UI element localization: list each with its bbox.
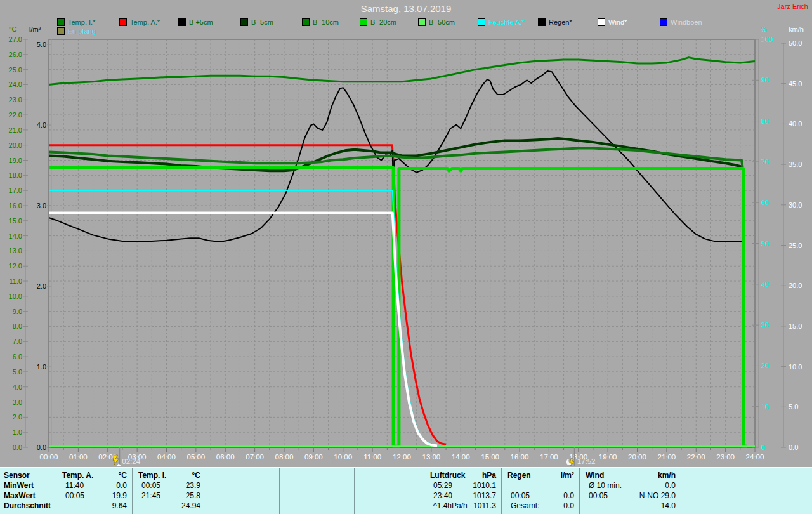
x-tick-label: 11:00 [363, 453, 381, 461]
x-tick-label: 24:00 [746, 453, 764, 461]
wind-tick-label: 20.0 [789, 282, 802, 289]
x-tick-label: 13:00 [422, 453, 440, 461]
column-name: Luftdruck [430, 471, 465, 480]
chart-canvas: 0.01.02.03.04.05.06.07.08.09.010.011.012… [0, 0, 812, 467]
cell-time: 11:40 [65, 481, 84, 490]
series-wind [49, 213, 437, 446]
x-tick-label: 00:00 [40, 453, 58, 461]
cell-time: 00:05 [65, 491, 84, 500]
x-tick-label: 20:00 [628, 453, 646, 461]
table-row [355, 481, 424, 491]
x-tick-label: 05:00 [187, 453, 205, 461]
temp-tick-label: 27.0 [9, 36, 22, 43]
temp-tick-label: 6.0 [13, 353, 22, 360]
cell-time: 21:45 [141, 491, 160, 500]
table-row [355, 501, 424, 511]
table-row: 00:0523.9 [133, 481, 206, 491]
column-unit: km/h [658, 471, 676, 480]
temp-tick-label: 8.0 [13, 322, 22, 330]
row-label: MinWert [4, 481, 34, 490]
table-column-luftdruck: LuftdruckhPa05:291010.123:401013.7^1.4hP… [424, 468, 502, 514]
cell-time: 00:05 [511, 491, 530, 500]
percent-tick-label: 80 [761, 117, 769, 125]
wind-tick-label: 30.0 [789, 201, 802, 209]
table-row: 05:291010.1 [424, 481, 502, 491]
cell-value: 1011.3 [473, 501, 496, 510]
rain-tick-label: 0.0 [37, 444, 46, 451]
column-name: Temp. A. [62, 471, 93, 480]
x-tick-label: 10:00 [334, 453, 352, 461]
rain-tick-label: 1.0 [37, 363, 46, 371]
temp-tick-label: 2.0 [13, 413, 22, 421]
table-row: 00:050.0 [502, 491, 580, 501]
temp-tick-label: 4.0 [13, 383, 22, 391]
table-row [280, 491, 355, 501]
cell-value: 23.9 [186, 481, 200, 490]
cell-time: 00:05 [589, 491, 608, 500]
x-tick-label: 12:00 [393, 453, 411, 461]
temp-tick-label: 13.0 [9, 247, 22, 254]
marker-label: 17:52 [577, 458, 596, 465]
temp-tick-label: 7.0 [13, 338, 22, 345]
temp-tick-label: 12.0 [9, 262, 22, 270]
temp-tick-label: 18.0 [9, 171, 22, 179]
table-row: Gesamt:0.0 [502, 501, 580, 511]
marker-label: 02:24 [122, 458, 140, 465]
table-row: MinWert [0, 481, 56, 491]
cell-value: 1010.1 [473, 481, 496, 490]
cell-value: N-NO 29.0 [639, 491, 676, 500]
temp-tick-label: 23.0 [9, 96, 22, 103]
x-tick-label: 04:00 [157, 453, 176, 461]
column-name: Regen [508, 471, 531, 480]
column-unit: °C [192, 471, 200, 480]
cell-value: 1013.7 [473, 491, 496, 500]
cell-value: 0.0 [665, 481, 676, 490]
summary-table: SensorMinWertMaxWertDurchschnittTemp. A.… [0, 467, 812, 514]
temp-tick-label: 26.0 [9, 51, 22, 58]
percent-tick-label: 40 [761, 280, 769, 288]
cell-value: 24.94 [181, 501, 200, 510]
table-row [280, 481, 355, 491]
wind-tick-label: 35.0 [789, 161, 802, 168]
cell-time: 23:40 [433, 491, 452, 500]
temp-tick-label: 16.0 [9, 202, 22, 209]
temp-tick-label: 24.0 [9, 81, 22, 88]
column-unit: hPa [482, 471, 496, 480]
table-row: 11:400.0 [56, 481, 133, 491]
wind-tick-label: 50.0 [789, 39, 802, 47]
percent-tick-label: 60 [761, 199, 769, 206]
cell-value: 0.0 [116, 481, 127, 490]
x-tick-label: 16:00 [511, 453, 529, 461]
marker-base-icon [117, 463, 121, 466]
weather-day-chart-window: Samstag, 13.07.2019 Jarz Erich Temp. I.*… [0, 0, 812, 514]
table-row: 00:0519.9 [56, 491, 133, 501]
rain-tick-label: 5.0 [37, 41, 46, 48]
cell-value: 0.0 [563, 501, 574, 510]
column-unit: °C [119, 471, 127, 480]
wind-tick-label: 10.0 [789, 363, 802, 371]
wind-tick-label: 25.0 [789, 242, 802, 249]
x-tick-label: 14:00 [452, 453, 470, 461]
table-row: Durchschnitt [0, 501, 56, 511]
table-row: Sensor [0, 471, 56, 481]
percent-tick-label: 20 [761, 362, 769, 369]
temp-tick-label: 9.0 [13, 308, 22, 315]
temp-tick-label: 22.0 [9, 111, 22, 119]
table-row [206, 501, 280, 511]
percent-tick-label: 30 [761, 321, 769, 329]
x-tick-label: 22:00 [687, 453, 705, 461]
x-tick-label: 01:00 [69, 453, 88, 461]
temp-tick-label: 20.0 [9, 142, 22, 149]
table-column-temp-a: Temp. A.°C11:400.000:0519.99.64 [56, 468, 133, 514]
wind-tick-label: 5.0 [789, 403, 798, 411]
cell-value: 9.64 [112, 501, 127, 510]
table-row: 14.0 [580, 501, 681, 511]
row-label: Durchschnitt [4, 501, 51, 510]
temp-tick-label: 21.0 [9, 126, 22, 134]
table-row: Windkm/h [580, 471, 681, 481]
wind-tick-label: 40.0 [789, 120, 802, 128]
row-label: MaxWert [4, 491, 36, 500]
table-column-wind: Windkm/hØ 10 min.0.000:05N-NO 29.014.0 [579, 468, 681, 514]
column-unit: l/m² [561, 471, 574, 480]
table-column-empty [206, 468, 280, 514]
